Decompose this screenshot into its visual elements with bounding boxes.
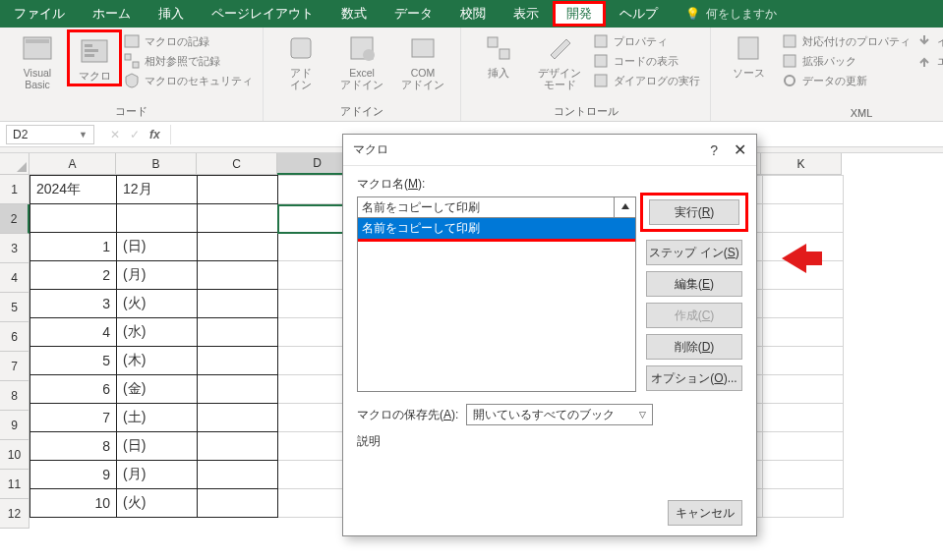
row-header-4[interactable]: 4 bbox=[0, 263, 29, 293]
tab-view[interactable]: 表示 bbox=[500, 0, 553, 28]
macro-list-item[interactable]: 名前をコピーして印刷 bbox=[358, 218, 635, 242]
refresh-data-button[interactable]: データの更新 bbox=[782, 73, 911, 88]
run-dialog-button[interactable]: ダイアログの実行 bbox=[593, 73, 700, 88]
col-header-A[interactable]: A bbox=[29, 153, 116, 175]
tab-help[interactable]: ヘルプ bbox=[606, 0, 672, 28]
cell-A7[interactable]: 5 bbox=[30, 347, 117, 375]
view-code-button[interactable]: コードの表示 bbox=[593, 53, 700, 69]
macro-name-input[interactable]: 名前をコピーして印刷 bbox=[357, 196, 615, 218]
cell-B7[interactable]: (木) bbox=[117, 347, 198, 375]
record-macro-button[interactable]: マクロの記録 bbox=[124, 33, 253, 49]
help-icon[interactable]: ? bbox=[710, 142, 718, 158]
cell-C2[interactable] bbox=[198, 204, 278, 233]
row-header-6[interactable]: 6 bbox=[0, 322, 29, 352]
com-addin-button[interactable]: COM アドイン bbox=[395, 31, 450, 90]
tell-me-search[interactable]: 💡 何をしますか bbox=[672, 0, 791, 28]
cell-A1[interactable]: 2024年 bbox=[30, 176, 117, 204]
cell-B11[interactable]: (月) bbox=[117, 461, 198, 489]
xml-source-button[interactable]: ソース bbox=[721, 31, 776, 79]
row-header-11[interactable]: 11 bbox=[0, 470, 29, 499]
cell-A12[interactable]: 10 bbox=[30, 489, 117, 518]
group-controls: 挿入 デザイン モード プロパティ コードの表示 ダイアログの実行 コントロール bbox=[461, 28, 711, 121]
group-code: Visual Basic マクロ マクロの記録 相対参照で記録 マクロのセキュリ… bbox=[0, 28, 264, 121]
cell-B4[interactable]: (月) bbox=[117, 261, 198, 290]
tab-insert[interactable]: 挿入 bbox=[145, 0, 198, 28]
cell-B3[interactable]: (日) bbox=[117, 233, 198, 261]
cell-A9[interactable]: 7 bbox=[30, 404, 117, 432]
relative-ref-button[interactable]: 相対参照で記録 bbox=[124, 53, 253, 69]
cell-A11[interactable]: 9 bbox=[30, 461, 117, 489]
cell-B8[interactable]: (金) bbox=[117, 375, 198, 404]
view-code-label: コードの表示 bbox=[614, 54, 678, 69]
row-header-12[interactable]: 12 bbox=[0, 499, 29, 529]
refedit-button[interactable] bbox=[615, 196, 636, 218]
name-box[interactable]: D2 ▼ bbox=[6, 125, 94, 144]
expansion-button[interactable]: 拡張パック bbox=[782, 53, 911, 69]
tab-review[interactable]: 校閲 bbox=[446, 0, 500, 28]
edit-button[interactable]: 編集(E) bbox=[646, 271, 742, 297]
options-button[interactable]: オプション(O)... bbox=[646, 365, 742, 391]
close-icon[interactable]: ✕ bbox=[734, 140, 746, 159]
cancel-icon[interactable]: ✕ bbox=[110, 128, 120, 141]
group-addins: アド イン Excel アドイン COM アドイン アドイン bbox=[264, 28, 461, 121]
tab-home[interactable]: ホーム bbox=[79, 0, 145, 28]
svg-rect-13 bbox=[488, 37, 498, 47]
map-props-button[interactable]: 対応付けのプロパティ bbox=[782, 33, 911, 49]
design-mode-button[interactable]: デザイン モード bbox=[532, 31, 587, 90]
formula-bar-icons: ✕ ✓ fx bbox=[100, 128, 170, 141]
description-label: 説明 bbox=[357, 433, 742, 450]
row-header-7[interactable]: 7 bbox=[0, 352, 29, 381]
select-all-corner[interactable] bbox=[0, 153, 29, 175]
cell-C1[interactable] bbox=[198, 176, 278, 204]
shield-icon bbox=[124, 73, 140, 88]
macros-button[interactable]: マクロ bbox=[67, 29, 122, 86]
row-header-9[interactable]: 9 bbox=[0, 411, 29, 440]
cell-B1[interactable]: 12月 bbox=[117, 176, 198, 204]
macro-security-button[interactable]: マクロのセキュリティ bbox=[124, 73, 253, 88]
cell-B12[interactable]: (火) bbox=[117, 489, 198, 518]
export-button[interactable]: エクスポート bbox=[916, 53, 943, 69]
row-header-2[interactable]: 2 bbox=[0, 204, 29, 234]
cell-A5[interactable]: 3 bbox=[30, 290, 117, 318]
row-header-10[interactable]: 10 bbox=[0, 440, 29, 470]
save-in-dropdown[interactable]: 開いているすべてのブック ▽ bbox=[466, 404, 653, 425]
com-addin-icon bbox=[406, 31, 440, 65]
tab-data[interactable]: データ bbox=[381, 0, 446, 28]
fx-icon[interactable]: fx bbox=[149, 128, 160, 141]
col-header-C[interactable]: C bbox=[197, 153, 277, 175]
tab-file[interactable]: ファイル bbox=[0, 0, 79, 28]
import-button[interactable]: インポート bbox=[916, 33, 943, 49]
col-header-K[interactable]: K bbox=[761, 153, 842, 175]
cell-B6[interactable]: (水) bbox=[117, 318, 198, 347]
macros-label: マクロ bbox=[79, 70, 111, 82]
macro-list[interactable]: 名前をコピーして印刷 bbox=[357, 217, 636, 392]
cell-A3[interactable]: 1 bbox=[30, 233, 117, 261]
cell-B2[interactable] bbox=[117, 204, 198, 233]
addin-button[interactable]: アド イン bbox=[273, 31, 328, 90]
cell-B10[interactable]: (日) bbox=[117, 432, 198, 461]
cell-A2[interactable] bbox=[30, 204, 117, 233]
delete-button[interactable]: 削除(D) bbox=[646, 334, 742, 360]
cell-B5[interactable]: (火) bbox=[117, 290, 198, 318]
insert-control-button[interactable]: 挿入 bbox=[471, 31, 526, 79]
properties-button[interactable]: プロパティ bbox=[593, 33, 700, 49]
visual-basic-button[interactable]: Visual Basic bbox=[10, 31, 65, 90]
enter-icon[interactable]: ✓ bbox=[130, 128, 140, 141]
step-in-button[interactable]: ステップ イン(S) bbox=[646, 240, 742, 265]
row-header-3[interactable]: 3 bbox=[0, 234, 29, 263]
row-header-8[interactable]: 8 bbox=[0, 381, 29, 411]
tab-developer[interactable]: 開発 bbox=[553, 1, 606, 27]
cell-A6[interactable]: 4 bbox=[30, 318, 117, 347]
cell-B9[interactable]: (土) bbox=[117, 404, 198, 432]
tab-page-layout[interactable]: ページレイアウト bbox=[198, 0, 327, 28]
run-button[interactable]: 実行(R) bbox=[649, 199, 739, 225]
row-header-5[interactable]: 5 bbox=[0, 293, 29, 322]
tab-formulas[interactable]: 数式 bbox=[327, 0, 381, 28]
cancel-button[interactable]: キャンセル bbox=[668, 500, 742, 526]
cell-A4[interactable]: 2 bbox=[30, 261, 117, 290]
col-header-B[interactable]: B bbox=[116, 153, 197, 175]
row-header-1[interactable]: 1 bbox=[0, 175, 29, 204]
cell-A8[interactable]: 6 bbox=[30, 375, 117, 404]
cell-A10[interactable]: 8 bbox=[30, 432, 117, 461]
excel-addin-button[interactable]: Excel アドイン bbox=[334, 31, 389, 90]
